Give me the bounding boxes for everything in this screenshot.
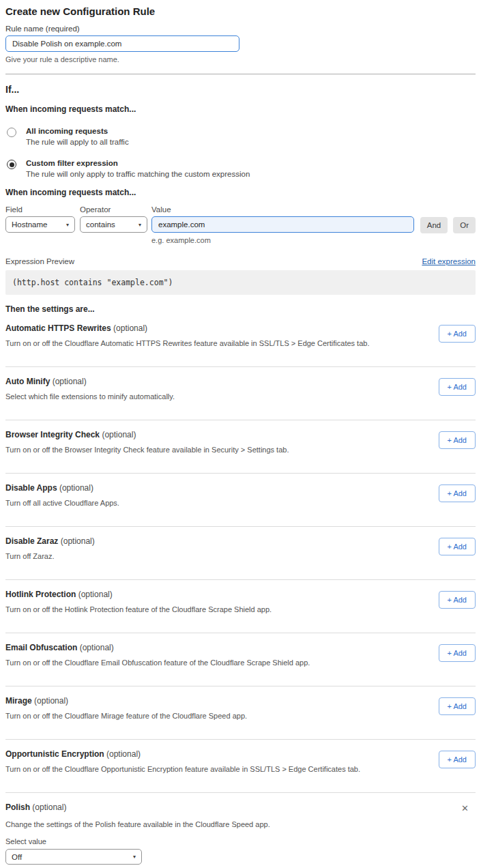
add-button[interactable]: + Add (439, 697, 476, 715)
setting-item-polish: Polish (optional) ✕ Change the settings … (5, 793, 476, 865)
value-helper: e.g. example.com (151, 236, 414, 244)
setting-item: Automatic HTTPS Rewrites (optional) Turn… (5, 314, 476, 367)
setting-item: Auto Minify (optional) Select which file… (5, 367, 476, 420)
setting-optional-suffix: (optional) (80, 643, 114, 652)
radio-label: All incoming requests (26, 127, 129, 135)
setting-description: Turn on or off the Hotlink Protection fe… (5, 605, 272, 613)
setting-optional-suffix: (optional) (34, 696, 68, 706)
setting-optional-suffix: (optional) (53, 377, 87, 386)
then-settings-heading: Then the settings are... (5, 304, 476, 314)
select-value-label: Select value (5, 837, 476, 845)
setting-title: Opportunistic Encryption (optional) (5, 749, 360, 759)
setting-title: Auto Minify (optional) (5, 377, 175, 386)
polish-value-select[interactable]: Off ▾ (5, 849, 142, 865)
setting-description: Turn on or off the Cloudflare Email Obfu… (5, 659, 310, 667)
setting-item: Mirage (optional) Turn on or off the Clo… (5, 686, 476, 740)
create-configuration-rule-form: Create new Configuration Rule Rule name … (0, 0, 481, 865)
radio-custom-filter-expression[interactable]: Custom filter expression The rule will o… (5, 159, 476, 178)
radio-description: The rule will only apply to traffic matc… (26, 170, 250, 178)
rule-name-label: Rule name (required) (5, 25, 476, 33)
close-icon[interactable]: ✕ (458, 802, 471, 814)
setting-name: Mirage (5, 696, 32, 706)
incoming-requests-match-heading: When incoming requests match... (5, 104, 476, 114)
setting-description: Select which file extensions to minify a… (5, 392, 175, 401)
setting-name: Disable Zaraz (5, 536, 58, 546)
radio-button-icon[interactable] (7, 160, 16, 169)
setting-optional-suffix: (optional) (102, 430, 136, 439)
setting-item: Hotlink Protection (optional) Turn on or… (5, 580, 476, 633)
chevron-down-icon: ▾ (66, 222, 69, 228)
setting-title: Mirage (optional) (5, 696, 247, 706)
setting-optional-suffix: (optional) (32, 802, 66, 812)
polish-select-value: Off (12, 853, 22, 861)
add-button[interactable]: + Add (439, 378, 476, 396)
setting-description: Turn on or off the Browser Integrity Che… (5, 446, 289, 454)
setting-name: Polish (5, 802, 30, 812)
divider (5, 74, 476, 74)
setting-optional-suffix: (optional) (61, 536, 95, 546)
setting-title: Email Obfuscation (optional) (5, 643, 310, 652)
add-button[interactable]: + Add (439, 538, 476, 555)
chevron-down-icon: ▾ (133, 854, 136, 860)
setting-name: Auto Minify (5, 377, 50, 386)
add-button[interactable]: + Add (439, 325, 476, 343)
if-heading: If... (5, 84, 476, 95)
or-button[interactable]: Or (453, 217, 476, 233)
setting-item: Opportunistic Encryption (optional) Turn… (5, 740, 476, 793)
expression-builder-row: Field Hostname ▾ Operator contains ▾ Val… (5, 205, 476, 244)
setting-title: Disable Apps (optional) (5, 483, 119, 493)
radio-label: Custom filter expression (26, 159, 250, 167)
value-label: Value (151, 205, 414, 214)
setting-name: Automatic HTTPS Rewrites (5, 323, 111, 333)
value-input[interactable] (151, 216, 414, 233)
setting-description: Turn off Zaraz. (5, 552, 95, 560)
setting-optional-suffix: (optional) (59, 483, 93, 493)
field-select-value: Hostname (12, 220, 47, 229)
rule-name-input[interactable] (5, 35, 239, 52)
setting-optional-suffix: (optional) (106, 749, 141, 759)
setting-name: Browser Integrity Check (5, 430, 100, 439)
operator-select[interactable]: contains ▾ (80, 216, 147, 233)
add-button[interactable]: + Add (439, 431, 476, 449)
settings-list: Automatic HTTPS Rewrites (optional) Turn… (5, 314, 476, 793)
radio-description: The rule will apply to all traffic (26, 138, 129, 146)
expression-preview-code: (http.host contains "example.com") (5, 270, 476, 295)
setting-item: Disable Apps (optional) Turn off all act… (5, 474, 476, 527)
rule-name-helper: Give your rule a descriptive name. (5, 55, 476, 63)
setting-title: Automatic HTTPS Rewrites (optional) (5, 323, 369, 333)
setting-name: Hotlink Protection (5, 590, 76, 599)
field-label: Field (5, 205, 75, 214)
radio-all-incoming-requests[interactable]: All incoming requests The rule will appl… (5, 127, 476, 146)
operator-select-value: contains (86, 220, 115, 229)
operator-label: Operator (80, 205, 147, 214)
and-button[interactable]: And (420, 217, 448, 233)
setting-description: Turn on or off the Cloudflare Opportunis… (5, 765, 360, 773)
setting-description: Turn on or off the Cloudflare Automatic … (5, 339, 369, 347)
add-button[interactable]: + Add (439, 644, 476, 662)
setting-name: Opportunistic Encryption (5, 749, 104, 759)
setting-name: Disable Apps (5, 483, 57, 493)
setting-optional-suffix: (optional) (113, 323, 147, 333)
setting-description: Change the settings of the Polish featur… (5, 820, 476, 828)
setting-item: Disable Zaraz (optional) Turn off Zaraz.… (5, 527, 476, 580)
add-button[interactable]: + Add (439, 484, 476, 502)
setting-description: Turn on or off the Cloudflare Mirage fea… (5, 712, 247, 720)
expression-preview-label: Expression Preview (5, 257, 74, 265)
edit-expression-link[interactable]: Edit expression (422, 257, 476, 265)
setting-title: Polish (optional) (5, 802, 66, 812)
setting-title: Disable Zaraz (optional) (5, 536, 95, 546)
field-select[interactable]: Hostname ▾ (5, 216, 75, 233)
expression-builder-heading: When incoming requests match... (5, 188, 476, 197)
chevron-down-icon: ▾ (139, 222, 141, 228)
radio-button-icon[interactable] (7, 128, 16, 137)
add-button[interactable]: + Add (439, 591, 476, 609)
setting-item: Email Obfuscation (optional) Turn on or … (5, 633, 476, 686)
setting-description: Turn off all active Cloudflare Apps. (5, 499, 119, 507)
setting-title: Hotlink Protection (optional) (5, 590, 272, 599)
setting-optional-suffix: (optional) (78, 590, 113, 599)
setting-name: Email Obfuscation (5, 643, 77, 652)
add-button[interactable]: + Add (439, 751, 476, 768)
page-title: Create new Configuration Rule (5, 5, 476, 17)
setting-title: Browser Integrity Check (optional) (5, 430, 289, 439)
setting-item: Browser Integrity Check (optional) Turn … (5, 420, 476, 474)
